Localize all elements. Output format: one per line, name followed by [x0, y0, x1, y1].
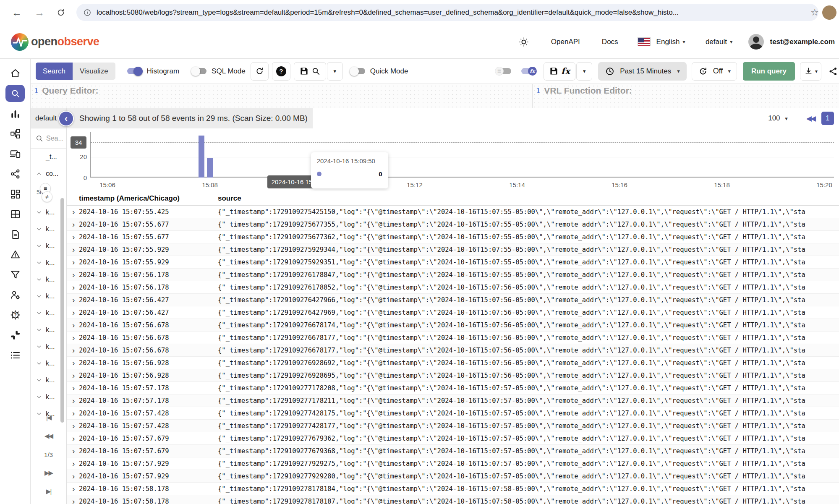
- expand-row-icon[interactable]: ›: [67, 333, 79, 342]
- first-page-button[interactable]: |◀: [46, 408, 51, 427]
- browser-back-icon[interactable]: ←: [12, 7, 22, 18]
- per-page-select[interactable]: 100 ▾: [768, 114, 788, 123]
- sidebar-item-alerts[interactable]: [5, 246, 25, 263]
- table-row[interactable]: ›2024-10-16 15:07:56.678{"_timestamp":17…: [67, 332, 839, 344]
- bookmark-star-icon[interactable]: ☆: [810, 7, 819, 18]
- table-row[interactable]: ›2024-10-16 15:07:57.679{"_timestamp":17…: [67, 445, 839, 457]
- sidebar-item-iam-users[interactable]: [5, 286, 25, 303]
- column-source[interactable]: source: [218, 194, 839, 203]
- docs-link[interactable]: Docs: [602, 38, 618, 46]
- expand-row-icon[interactable]: ›: [67, 472, 79, 481]
- sidebar-item-search[interactable]: [5, 85, 25, 102]
- sidebar-item-metrics[interactable]: [5, 105, 25, 122]
- expand-row-icon[interactable]: ›: [67, 484, 79, 494]
- histogram-chart[interactable]: 34 2024-10-16 15:09:50 2024-10-16 15:09:…: [67, 128, 839, 191]
- sidebar-item-functions-filter[interactable]: [5, 266, 25, 283]
- help-button[interactable]: ?: [272, 62, 290, 81]
- histogram-bar[interactable]: [199, 136, 204, 178]
- expand-row-icon[interactable]: ›: [67, 358, 79, 368]
- table-row[interactable]: ›2024-10-16 15:07:56.427{"_timestamp":17…: [67, 306, 839, 319]
- prev-page-button[interactable]: ◀◀: [44, 427, 52, 445]
- expand-row-icon[interactable]: ›: [67, 371, 79, 380]
- fields-scrollbar[interactable]: [60, 198, 64, 423]
- sidebar-item-reports[interactable]: [5, 226, 25, 243]
- table-row[interactable]: ›2024-10-16 15:07:56.678{"_timestamp":17…: [67, 319, 839, 332]
- table-row[interactable]: ›2024-10-16 15:07:58.178{"_timestamp":17…: [67, 483, 839, 495]
- openobserve-logo[interactable]: openobserve: [11, 33, 99, 51]
- address-bar[interactable]: localhost:5080/web/logs?stream_type=logs…: [76, 4, 818, 21]
- expand-row-icon[interactable]: ›: [67, 459, 79, 468]
- expand-row-icon[interactable]: ›: [67, 220, 79, 229]
- next-page-button[interactable]: ▶▶: [44, 464, 52, 482]
- expand-row-icon[interactable]: ›: [67, 270, 79, 279]
- expand-row-icon[interactable]: ›: [67, 321, 79, 330]
- language-selector[interactable]: English: [656, 38, 680, 46]
- table-row[interactable]: ›2024-10-16 15:07:57.929{"_timestamp":17…: [67, 457, 839, 470]
- table-row[interactable]: ›2024-10-16 15:07:57.428{"_timestamp":17…: [67, 420, 839, 432]
- table-row[interactable]: ›2024-10-16 15:07:57.428{"_timestamp":17…: [67, 407, 839, 420]
- expand-row-icon[interactable]: ›: [67, 295, 79, 305]
- table-row[interactable]: ›2024-10-16 15:07:55.929{"_timestamp":17…: [67, 256, 839, 269]
- vrl-function-editor[interactable]: 1 VRL Function Editor:: [533, 84, 839, 108]
- table-row[interactable]: ›2024-10-16 15:07:55.677{"_timestamp":17…: [67, 218, 839, 231]
- quick-mode-toggle[interactable]: Quick Mode: [350, 67, 408, 76]
- results-prev-page-icon[interactable]: ◀◀: [806, 114, 815, 123]
- function-caret-button[interactable]: ▾: [576, 62, 592, 81]
- sidebar-item-about-list[interactable]: [5, 347, 25, 364]
- wrap-lines-toggle[interactable]: ≣: [495, 67, 511, 76]
- user-avatar[interactable]: [748, 34, 764, 50]
- expand-row-icon[interactable]: ›: [67, 497, 79, 504]
- query-editor[interactable]: 1 Query Editor:: [31, 84, 533, 108]
- sidebar-item-rum-devices[interactable]: [5, 145, 25, 162]
- sidebar-item-pipelines[interactable]: [5, 125, 25, 142]
- tab-visualize[interactable]: Visualize: [73, 63, 115, 80]
- table-row[interactable]: ›2024-10-16 15:07:55.677{"_timestamp":17…: [67, 231, 839, 243]
- saved-searches-button[interactable]: [294, 62, 326, 81]
- sidebar-item-settings-help[interactable]: ?: [5, 306, 25, 324]
- table-row[interactable]: ›2024-10-16 15:07:56.928{"_timestamp":17…: [67, 369, 839, 382]
- field-item[interactable]: _t...: [31, 149, 66, 165]
- expand-row-icon[interactable]: ›: [67, 346, 79, 355]
- field-item[interactable]: co...: [31, 165, 66, 182]
- run-query-button[interactable]: Run query: [743, 62, 795, 81]
- download-results-button[interactable]: ▾: [800, 62, 821, 81]
- expand-row-icon[interactable]: ›: [67, 421, 79, 431]
- expand-row-icon[interactable]: ›: [67, 447, 79, 456]
- expand-row-icon[interactable]: ›: [67, 232, 79, 242]
- table-row[interactable]: ›2024-10-16 15:07:57.178{"_timestamp":17…: [67, 394, 839, 407]
- expand-row-icon[interactable]: ›: [67, 207, 79, 217]
- save-function-button[interactable]: fx: [544, 62, 576, 81]
- openapi-link[interactable]: OpenAPI: [551, 38, 580, 46]
- table-row[interactable]: ›2024-10-16 15:07:56.678{"_timestamp":17…: [67, 344, 839, 357]
- table-row[interactable]: ›2024-10-16 15:07:56.178{"_timestamp":17…: [67, 281, 839, 294]
- collapse-fields-button[interactable]: ‹: [58, 111, 74, 126]
- sql-mode-toggle[interactable]: SQL Mode: [192, 67, 246, 76]
- table-row[interactable]: ›2024-10-16 15:07:57.178{"_timestamp":17…: [67, 382, 839, 394]
- tab-search[interactable]: Search: [36, 63, 73, 80]
- time-range-picker[interactable]: Past 15 Minutes ▾: [598, 62, 686, 81]
- field-search-input[interactable]: [46, 135, 63, 142]
- browser-forward-icon[interactable]: →: [34, 7, 44, 18]
- refresh-interval-picker[interactable]: Off ▾: [692, 62, 737, 81]
- table-row[interactable]: ›2024-10-16 15:07:58.178{"_timestamp":17…: [67, 495, 839, 504]
- filter-not-equals-button[interactable]: ≠: [42, 191, 52, 202]
- browser-profile-avatar[interactable]: [822, 5, 836, 20]
- function-editor-toggle[interactable]: fx: [521, 67, 537, 76]
- last-page-button[interactable]: ▶|: [46, 482, 51, 501]
- expand-row-icon[interactable]: ›: [67, 396, 79, 405]
- sidebar-item-slack[interactable]: [5, 326, 25, 344]
- expand-row-icon[interactable]: ›: [67, 245, 79, 254]
- theme-toggle-icon[interactable]: [518, 37, 529, 47]
- histogram-toggle[interactable]: Histogram: [127, 67, 179, 76]
- expand-row-icon[interactable]: ›: [67, 258, 79, 267]
- browser-reload-icon[interactable]: [56, 8, 65, 17]
- sidebar-item-streams-table[interactable]: [5, 206, 25, 223]
- expand-row-icon[interactable]: ›: [67, 384, 79, 393]
- table-row[interactable]: ›2024-10-16 15:07:55.929{"_timestamp":17…: [67, 243, 839, 256]
- histogram-bar[interactable]: [207, 158, 213, 178]
- expand-row-icon[interactable]: ›: [67, 409, 79, 418]
- table-row[interactable]: ›2024-10-16 15:07:57.679{"_timestamp":17…: [67, 432, 839, 445]
- table-row[interactable]: ›2024-10-16 15:07:56.928{"_timestamp":17…: [67, 357, 839, 369]
- table-row[interactable]: ›2024-10-16 15:07:55.425{"_timestamp":17…: [67, 206, 839, 218]
- table-row[interactable]: ›2024-10-16 15:07:56.178{"_timestamp":17…: [67, 269, 839, 281]
